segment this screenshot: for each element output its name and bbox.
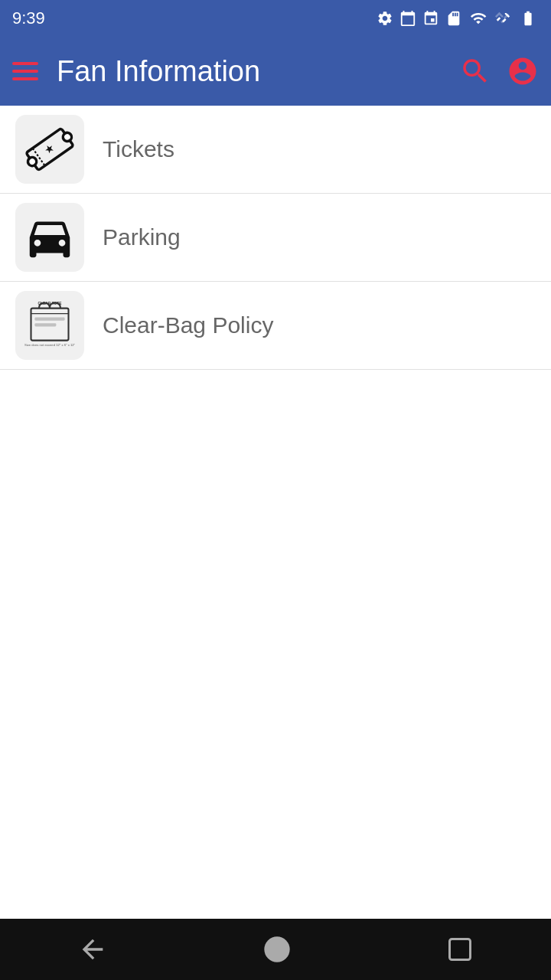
bottom-navigation <box>0 919 551 980</box>
tickets-thumbnail: ★ <box>15 115 84 184</box>
search-button[interactable] <box>459 55 491 87</box>
profile-icon <box>507 55 539 87</box>
back-icon <box>77 934 108 965</box>
home-icon <box>262 934 292 965</box>
parking-label: Parking <box>103 224 181 250</box>
list-item-clear-bag[interactable]: CLEAR TOTE Size does not exceed 12" x 6"… <box>0 282 551 370</box>
svg-text:Size does not exceed 12" x 6" : Size does not exceed 12" x 6" x 12" <box>24 343 76 347</box>
bag-icon: CLEAR TOTE Size does not exceed 12" x 6"… <box>23 299 77 352</box>
calendar-icon <box>399 10 416 27</box>
list-item-parking[interactable]: Parking <box>0 194 551 282</box>
back-button[interactable] <box>77 934 108 965</box>
svg-rect-8 <box>34 318 64 321</box>
profile-button[interactable] <box>507 55 539 87</box>
wifi-icon <box>468 10 488 27</box>
parking-thumbnail <box>15 203 84 272</box>
hamburger-menu-button[interactable] <box>12 62 38 80</box>
tickets-label: Tickets <box>103 136 174 162</box>
search-icon <box>459 55 491 87</box>
app-bar: Fan Information <box>0 37 551 106</box>
list-item-tickets[interactable]: ★ Tickets <box>0 106 551 194</box>
battery-icon <box>517 10 539 27</box>
sd-card-icon <box>445 10 462 27</box>
svg-text:★: ★ <box>41 140 57 156</box>
signal-icon <box>494 10 511 27</box>
recent-button[interactable] <box>446 936 474 963</box>
car-icon <box>23 211 77 264</box>
status-time: 9:39 <box>12 8 45 28</box>
ticket-icon: ★ <box>23 122 77 176</box>
clear-bag-label: Clear-Bag Policy <box>103 312 273 338</box>
status-bar: 9:39 <box>0 0 551 37</box>
status-bar-right <box>377 10 539 27</box>
menu-list: ★ Tickets Parking CLEAR TOTE <box>0 106 551 370</box>
settings-icon <box>377 10 393 27</box>
recent-icon <box>446 936 474 963</box>
svg-rect-9 <box>34 323 56 326</box>
svg-point-11 <box>264 936 289 962</box>
status-bar-left: 9:39 <box>12 8 45 28</box>
clear-bag-thumbnail: CLEAR TOTE Size does not exceed 12" x 6"… <box>15 291 84 360</box>
home-button[interactable] <box>262 934 292 965</box>
calendar2-icon <box>422 10 439 27</box>
app-bar-icons <box>459 55 539 87</box>
svg-rect-12 <box>450 939 471 960</box>
page-title: Fan Information <box>57 55 441 88</box>
